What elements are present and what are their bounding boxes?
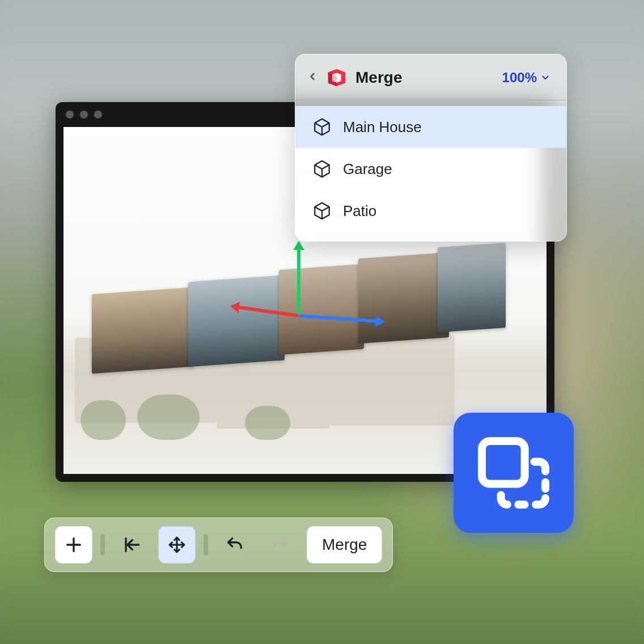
move-tool-button[interactable] <box>158 526 196 564</box>
model-chunk <box>358 252 449 344</box>
bottom-toolbar: Merge <box>44 518 393 572</box>
scene-bush <box>80 400 126 440</box>
merge-panel: Merge 100% Main House Garage Patio <box>295 54 567 242</box>
model-list: Main House Garage Patio <box>295 106 566 241</box>
zoom-value: 100% <box>502 70 537 86</box>
plus-icon <box>64 535 83 554</box>
merge-feature-badge <box>454 413 574 533</box>
redo-icon <box>270 535 290 554</box>
reset-position-button[interactable] <box>113 526 150 564</box>
transform-gizmo[interactable] <box>242 235 355 337</box>
merge-button-label: Merge <box>322 536 367 554</box>
svg-rect-0 <box>482 441 525 484</box>
cube-icon <box>312 117 332 137</box>
merge-shapes-icon <box>474 433 553 512</box>
move-arrows-icon <box>167 535 187 554</box>
model-item-main-house[interactable]: Main House <box>295 106 566 148</box>
toolbar-separator <box>204 534 208 556</box>
window-dot-minimize[interactable] <box>80 111 88 118</box>
add-button[interactable] <box>55 526 92 564</box>
model-item-label: Garage <box>343 160 392 178</box>
undo-button[interactable] <box>216 526 253 564</box>
cube-icon <box>312 201 332 221</box>
scene-bush <box>245 406 290 440</box>
brand-logo-icon <box>326 67 348 88</box>
zoom-dropdown[interactable]: 100% <box>502 70 550 86</box>
panel-title: Merge <box>355 69 494 87</box>
undo-icon <box>225 535 244 554</box>
window-dot-zoom[interactable] <box>94 111 102 118</box>
model-item-label: Patio <box>343 202 376 220</box>
toolbar-separator <box>100 534 105 556</box>
model-item-label: Main House <box>343 118 422 136</box>
window-dot-close[interactable] <box>66 111 74 118</box>
cube-icon <box>312 159 332 179</box>
panel-header: Merge 100% <box>295 54 566 100</box>
model-chunk <box>438 243 506 332</box>
chevron-down-icon <box>540 73 550 83</box>
scene-bush <box>137 395 200 440</box>
merge-button[interactable]: Merge <box>307 526 382 564</box>
gizmo-axis-y[interactable] <box>297 242 300 316</box>
panel-divider <box>295 100 566 100</box>
model-chunk <box>92 287 194 374</box>
model-item-garage[interactable]: Garage <box>295 148 566 190</box>
model-item-patio[interactable]: Patio <box>295 190 566 232</box>
redo-button[interactable] <box>261 526 299 564</box>
arrow-bar-left-icon <box>122 535 141 554</box>
back-icon[interactable] <box>307 71 318 84</box>
